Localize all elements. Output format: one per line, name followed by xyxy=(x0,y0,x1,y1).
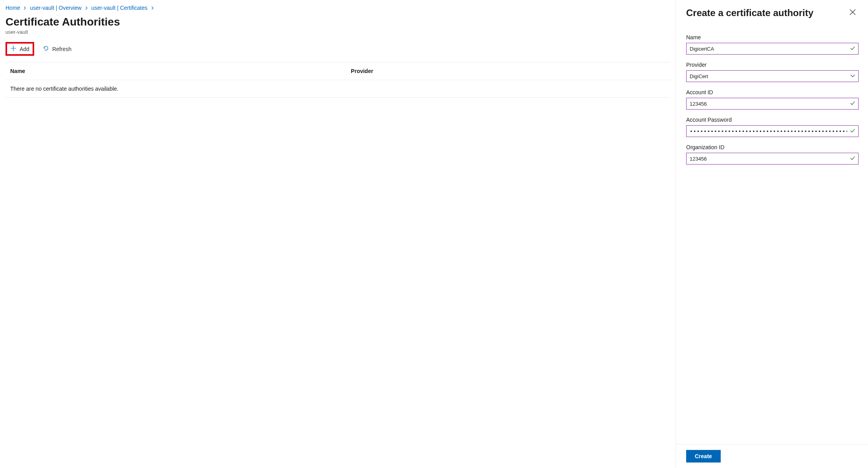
create-button[interactable]: Create xyxy=(686,450,721,463)
breadcrumb: Home user-vault | Overview user-vault | … xyxy=(5,5,670,11)
create-ca-panel: Create a certificate authority Name Prov… xyxy=(676,0,868,468)
column-header-provider[interactable]: Provider xyxy=(351,68,665,74)
chevron-right-icon xyxy=(85,5,88,11)
main-content: Home user-vault | Overview user-vault | … xyxy=(0,0,676,468)
refresh-icon xyxy=(43,45,49,53)
organization-id-label: Organization ID xyxy=(686,144,859,150)
organization-id-input[interactable] xyxy=(686,153,859,165)
table-empty-message: There are no certificate authorities ava… xyxy=(5,80,670,98)
provider-select[interactable]: DigiCert xyxy=(686,70,859,82)
add-button[interactable]: Add xyxy=(5,42,34,56)
panel-title: Create a certificate authority xyxy=(686,7,813,18)
column-header-name[interactable]: Name xyxy=(10,68,351,74)
provider-label: Provider xyxy=(686,62,859,68)
panel-header: Create a certificate authority xyxy=(676,0,868,24)
refresh-button-label: Refresh xyxy=(52,46,71,52)
breadcrumb-home[interactable]: Home xyxy=(5,5,20,11)
close-button[interactable] xyxy=(848,7,858,18)
chevron-right-icon xyxy=(23,5,27,11)
refresh-button[interactable]: Refresh xyxy=(40,43,75,55)
table-header: Name Provider xyxy=(5,62,670,80)
panel-footer: Create xyxy=(676,444,868,468)
close-icon xyxy=(849,11,856,17)
chevron-right-icon xyxy=(151,5,154,11)
account-password-input[interactable] xyxy=(686,125,859,137)
breadcrumb-overview[interactable]: user-vault | Overview xyxy=(30,5,81,11)
add-button-label: Add xyxy=(20,46,29,52)
page-title: Certificate Authorities xyxy=(5,16,670,28)
plus-icon xyxy=(10,45,16,53)
name-input[interactable] xyxy=(686,43,859,55)
account-id-input[interactable] xyxy=(686,98,859,110)
page-subtitle: user-vault xyxy=(5,29,670,35)
account-password-label: Account Password xyxy=(686,117,859,123)
toolbar: Add Refresh xyxy=(5,42,670,62)
panel-body: Name Provider DigiCert xyxy=(676,24,868,444)
name-label: Name xyxy=(686,34,859,40)
breadcrumb-certificates[interactable]: user-vault | Certificates xyxy=(92,5,148,11)
account-id-label: Account ID xyxy=(686,89,859,95)
